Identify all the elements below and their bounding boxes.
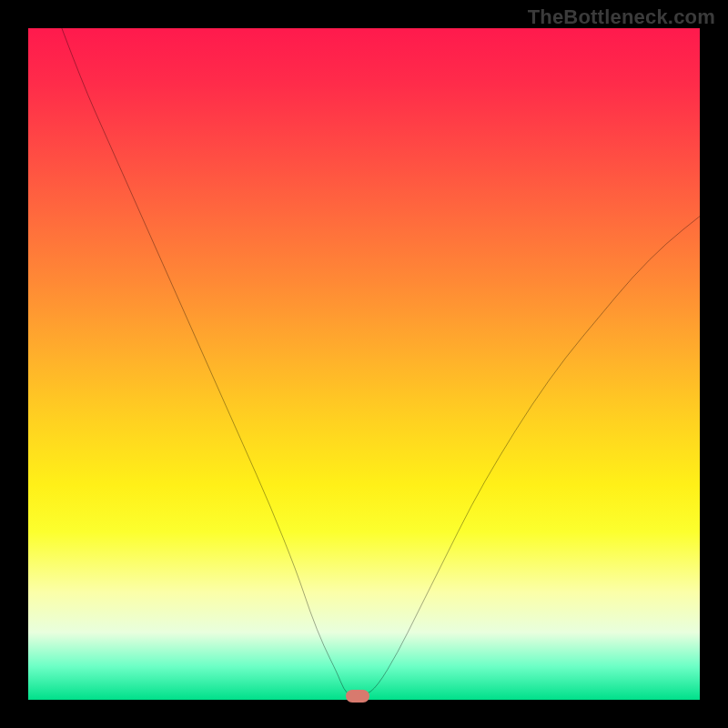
chart-frame: TheBottleneck.com: [0, 0, 728, 728]
curve-path: [62, 28, 700, 696]
bottleneck-curve: [28, 28, 700, 700]
watermark-text: TheBottleneck.com: [528, 5, 715, 29]
optimum-marker: [346, 690, 369, 703]
